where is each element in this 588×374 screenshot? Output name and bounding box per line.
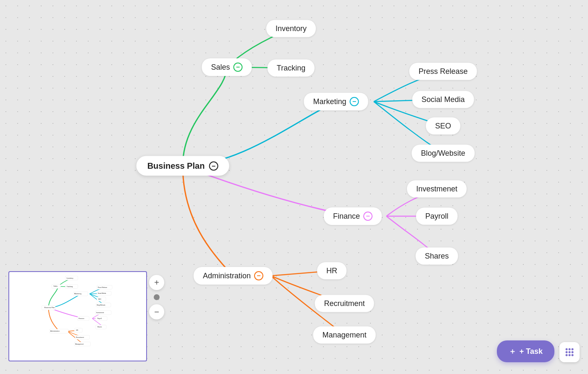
branch-administration-label: Administration <box>203 272 251 280</box>
branch-sales-label: Sales <box>211 63 230 72</box>
zoom-controls: + − <box>149 275 164 319</box>
node-hr[interactable]: HR <box>317 262 346 280</box>
node-blog-website[interactable]: Blog/Website <box>412 145 475 162</box>
grid-view-button[interactable] <box>559 342 580 362</box>
svg-text:Recruitment: Recruitment <box>76 337 84 338</box>
administration-collapse-btn[interactable]: − <box>254 271 263 280</box>
grid-icon <box>564 347 575 357</box>
svg-text:Sales: Sales <box>53 285 58 287</box>
finance-collapse-btn[interactable]: − <box>363 212 373 221</box>
center-label: Business Plan <box>147 161 205 171</box>
minimap-svg: Business Plan Sales Inventory Tracking M… <box>9 272 145 361</box>
svg-text:Shares: Shares <box>97 326 102 328</box>
node-payroll[interactable]: Payroll <box>416 208 457 225</box>
zoom-in-button[interactable]: + <box>149 275 164 290</box>
svg-point-42 <box>572 354 574 356</box>
svg-point-35 <box>569 348 571 350</box>
sales-collapse-btn[interactable]: − <box>234 63 243 72</box>
task-button-label: + Task <box>520 347 543 356</box>
svg-text:Marketing: Marketing <box>74 293 81 295</box>
node-inventory[interactable]: Inventory <box>266 20 316 37</box>
branch-marketing-label: Marketing <box>313 97 346 106</box>
node-press-release[interactable]: Press Release <box>409 63 477 80</box>
branch-administration[interactable]: Administration − <box>194 267 273 285</box>
zoom-out-button[interactable]: − <box>149 304 164 319</box>
add-task-button[interactable]: ＋ + Task <box>497 340 554 362</box>
svg-text:HR: HR <box>76 330 78 331</box>
center-collapse-btn[interactable]: − <box>209 161 218 170</box>
marketing-collapse-btn[interactable]: − <box>350 97 359 106</box>
node-tracking[interactable]: Tracking <box>268 60 315 77</box>
svg-text:Management: Management <box>75 343 84 345</box>
svg-point-37 <box>566 351 568 353</box>
minimap: Business Plan Sales Inventory Tracking M… <box>8 271 147 361</box>
branch-marketing[interactable]: Marketing − <box>304 93 368 110</box>
node-investmenet[interactable]: Investmenet <box>407 180 467 198</box>
svg-point-40 <box>566 354 568 356</box>
svg-text:Tracking: Tracking <box>67 285 73 288</box>
node-seo[interactable]: SEO <box>426 118 460 135</box>
svg-text:Social Media: Social Media <box>98 293 106 294</box>
center-node[interactable]: Business Plan − <box>136 156 229 176</box>
svg-text:Press Release: Press Release <box>98 287 107 288</box>
svg-point-36 <box>572 348 574 350</box>
svg-text:Finance: Finance <box>79 317 84 319</box>
svg-text:Business Plan: Business Plan <box>45 306 55 309</box>
node-shares[interactable]: Shares <box>415 248 458 265</box>
svg-text:SEO: SEO <box>98 298 102 300</box>
node-recruitment[interactable]: Recruitment <box>315 295 374 312</box>
node-social-media[interactable]: Social Media <box>412 91 474 108</box>
branch-finance-label: Finance <box>333 212 360 221</box>
branch-finance[interactable]: Finance − <box>324 207 382 225</box>
svg-point-38 <box>569 351 571 353</box>
branch-sales[interactable]: Sales − <box>202 58 252 76</box>
zoom-indicator <box>154 294 160 300</box>
svg-text:Blog/Website: Blog/Website <box>97 304 105 306</box>
svg-rect-28 <box>74 328 82 332</box>
svg-point-41 <box>569 354 571 356</box>
svg-text:Administration: Administration <box>50 330 60 332</box>
task-plus-icon: ＋ <box>509 346 516 356</box>
node-management[interactable]: Management <box>313 327 375 344</box>
svg-point-34 <box>566 348 568 350</box>
svg-text:Inventory: Inventory <box>67 277 74 279</box>
svg-text:Payroll: Payroll <box>97 318 102 319</box>
svg-point-39 <box>572 351 574 353</box>
svg-text:Investmenet: Investmenet <box>96 312 104 314</box>
